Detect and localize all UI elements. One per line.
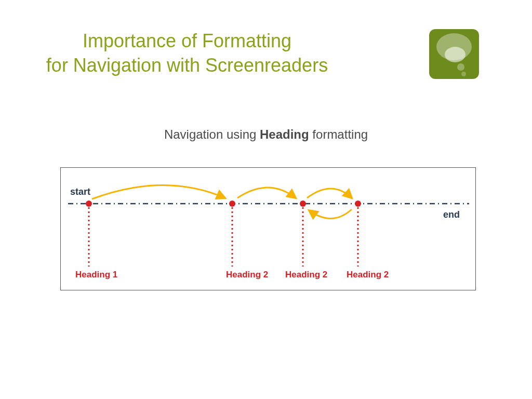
svg-point-2	[229, 201, 235, 207]
subtitle: Navigation using Heading formatting	[0, 127, 532, 142]
label-heading-1: Heading 1	[75, 270, 117, 280]
label-heading-2a: Heading 2	[226, 270, 268, 280]
title-line-1: Importance of Formatting	[83, 30, 291, 51]
title-line-2: for Navigation with Screenreaders	[46, 55, 328, 76]
subtitle-suffix: formatting	[309, 127, 368, 141]
svg-point-1	[86, 201, 92, 207]
brand-logo-icon	[429, 29, 479, 79]
diagram-panel: start end Heading 1 Heading 2 Heading 2 …	[60, 167, 476, 290]
svg-point-3	[300, 201, 306, 207]
diagram-svg	[61, 168, 476, 291]
page-title: Importance of Formatting for Navigation …	[0, 29, 374, 78]
label-heading-2c: Heading 2	[347, 270, 389, 280]
label-heading-2b: Heading 2	[285, 270, 327, 280]
subtitle-bold: Heading	[260, 127, 309, 141]
subtitle-prefix: Navigation using	[164, 127, 260, 141]
svg-point-4	[355, 201, 361, 207]
